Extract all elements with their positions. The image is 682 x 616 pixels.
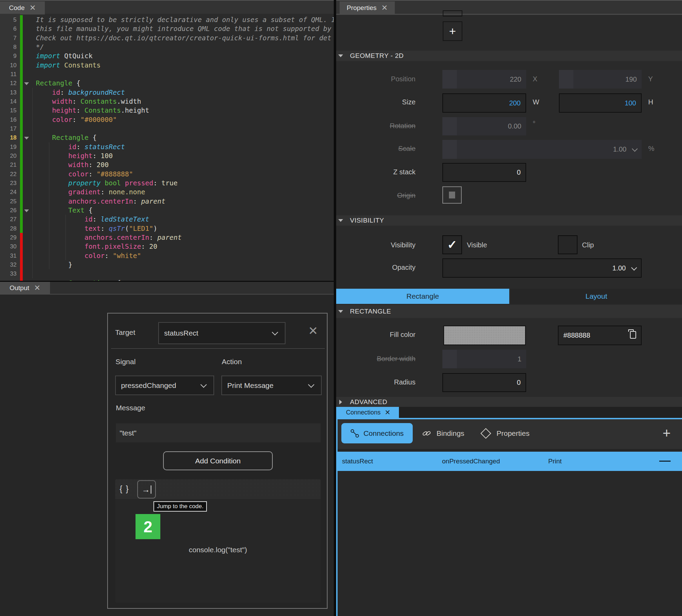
partial-control xyxy=(443,10,462,17)
signal-dropdown[interactable]: pressedChanged xyxy=(115,376,214,395)
code-text: Rectangle { xyxy=(36,79,80,88)
tab-code[interactable]: Code ✕ xyxy=(0,1,45,14)
section-advanced[interactable]: ADVANCED xyxy=(336,397,682,407)
tab-code-label: Code xyxy=(9,4,24,12)
code-text: height: 100 xyxy=(36,151,113,161)
code-line[interactable]: 12Rectangle { xyxy=(0,79,334,88)
properties-view-button[interactable]: Properties xyxy=(482,423,530,443)
target-dropdown[interactable]: statusRect xyxy=(158,322,285,344)
code-line[interactable]: 21 width: 200 xyxy=(0,160,334,170)
opacity-input[interactable]: 1.00 xyxy=(442,258,642,278)
remove-connection-icon[interactable] xyxy=(659,461,671,462)
connection-row[interactable]: statusRect onPressedChanged Print xyxy=(336,452,682,471)
tab-connections-label: Connections xyxy=(346,409,381,416)
code-line[interactable]: 13 id: backgroundRect xyxy=(0,88,334,97)
code-line[interactable]: 34 Connections { xyxy=(0,278,334,281)
section-geometry-2d[interactable]: GEOMETRY - 2D xyxy=(336,51,682,61)
collapse-triangle-icon xyxy=(339,400,342,404)
fill-color-swatch[interactable] xyxy=(443,326,526,345)
code-line[interactable]: 22 color: "#888888" xyxy=(0,170,334,179)
code-line[interactable]: 31 color: "white" xyxy=(0,251,334,260)
bindings-icon xyxy=(421,428,432,439)
code-line[interactable]: 6this file manually, you might introduce… xyxy=(0,24,334,33)
zstack-label: Z stack xyxy=(336,168,415,176)
size-height-input[interactable]: 100 xyxy=(559,93,642,113)
border-width-label: Border width xyxy=(336,355,415,363)
fold-arrow-icon[interactable] xyxy=(24,82,29,85)
code-line[interactable]: 26 Text { xyxy=(0,206,334,215)
code-line[interactable]: 14 width: Constants.width xyxy=(0,97,334,106)
jump-to-code-button[interactable]: → xyxy=(137,480,156,499)
close-icon[interactable]: ✕ xyxy=(381,4,388,12)
code-lines[interactable]: 5It is supposed to be strictly declarati… xyxy=(0,14,334,281)
collapse-triangle-icon xyxy=(338,54,343,57)
code-line[interactable]: 28 text: qsTr("LED1") xyxy=(0,224,334,233)
code-line[interactable]: 7Check out https://doc.qt.io/qtcreator/c… xyxy=(0,33,334,43)
code-line[interactable]: 32 } xyxy=(0,260,334,269)
zstack-input[interactable]: 0 xyxy=(442,163,526,182)
line-number: 30 xyxy=(0,242,17,251)
code-line[interactable]: 33 xyxy=(0,269,334,278)
border-width-value: 1 xyxy=(518,350,521,368)
close-icon[interactable]: ✕ xyxy=(34,284,40,292)
add-condition-button[interactable]: Add Condition xyxy=(163,451,273,470)
dialog-code-line[interactable]: console.log("test") xyxy=(115,546,321,554)
message-input[interactable]: "test" xyxy=(116,423,321,442)
code-line[interactable]: 11 xyxy=(0,70,334,79)
code-line[interactable]: 18 Rectangle { xyxy=(0,133,334,142)
code-line[interactable]: 8*/ xyxy=(0,42,334,52)
code-line[interactable]: 20 height: 100 xyxy=(0,151,334,161)
zstack-value: 0 xyxy=(517,164,521,181)
close-icon[interactable]: ✕ xyxy=(29,4,36,12)
curly-braces-icon[interactable]: { } xyxy=(120,479,129,499)
code-line[interactable]: 23 property bool pressed: true xyxy=(0,178,334,188)
close-icon[interactable]: ✕ xyxy=(385,408,391,417)
fold-arrow-icon[interactable] xyxy=(24,137,29,140)
code-line[interactable]: 5It is supposed to be strictly declarati… xyxy=(0,15,334,24)
chevron-down-icon xyxy=(272,329,278,335)
tab-output[interactable]: Output ✕ xyxy=(0,282,50,294)
arrow-icon: → xyxy=(142,485,150,494)
code-line[interactable]: 29 anchors.centerIn: parent xyxy=(0,233,334,242)
fold-arrow-icon[interactable] xyxy=(24,209,29,212)
code-line[interactable]: 27 id: ledStateText xyxy=(0,215,334,224)
add-state-button[interactable]: + xyxy=(443,21,462,41)
fill-color-hex-value: #888888 xyxy=(563,326,590,345)
tab-layout[interactable]: Layout xyxy=(511,289,682,304)
clip-checkbox[interactable] xyxy=(558,235,578,254)
copy-icon[interactable] xyxy=(630,331,636,339)
output-tabbar: Output ✕ xyxy=(0,281,334,295)
code-line[interactable]: 17 xyxy=(0,124,334,133)
connections-view-button[interactable]: Connections xyxy=(341,423,413,443)
connections-panel: Connections ✕ Connections Bindings Prope… xyxy=(336,407,682,616)
action-dropdown[interactable]: Print Message xyxy=(221,376,322,395)
close-icon[interactable]: ✕ xyxy=(305,323,321,338)
code-line[interactable]: 19 id: statusRect xyxy=(0,142,334,152)
code-line[interactable]: 10import Constants xyxy=(0,61,334,70)
fill-color-hex-input[interactable]: #888888 xyxy=(558,326,642,345)
tab-rectangle[interactable]: Rectangle xyxy=(336,289,509,304)
accent-line xyxy=(336,407,338,616)
code-line[interactable]: 24 gradient: none.none xyxy=(0,187,334,197)
tab-connections[interactable]: Connections ✕ xyxy=(338,407,399,418)
code-line[interactable]: 15 height: Constants.height xyxy=(0,106,334,115)
visible-checkbox[interactable]: ✓ xyxy=(442,235,462,254)
tab-properties-label: Properties xyxy=(347,4,377,12)
add-connection-button[interactable]: + xyxy=(663,423,671,443)
code-tabbar: Code ✕ xyxy=(0,0,334,14)
line-number: 23 xyxy=(0,178,17,188)
section-rectangle[interactable]: RECTANGLE xyxy=(336,305,682,318)
code-text: color: "#888888" xyxy=(36,170,133,179)
origin-button[interactable] xyxy=(442,186,462,204)
code-line[interactable]: 30 font.pixelSize: 20 xyxy=(0,242,334,251)
tab-properties[interactable]: Properties ✕ xyxy=(340,1,395,14)
panel-divider[interactable] xyxy=(334,0,336,616)
radius-input[interactable]: 0 xyxy=(442,373,526,392)
size-width-input[interactable]: 200 xyxy=(442,93,526,113)
code-line[interactable]: 25 anchors.centerIn: parent xyxy=(0,197,334,206)
section-visibility[interactable]: VISIBILITY xyxy=(336,215,682,226)
bindings-view-button[interactable]: Bindings xyxy=(421,423,464,443)
code-line[interactable]: 9import QtQuick xyxy=(0,51,334,61)
code-text: font.pixelSize: 20 xyxy=(36,242,157,251)
code-line[interactable]: 16 color: "#000000" xyxy=(0,115,334,124)
